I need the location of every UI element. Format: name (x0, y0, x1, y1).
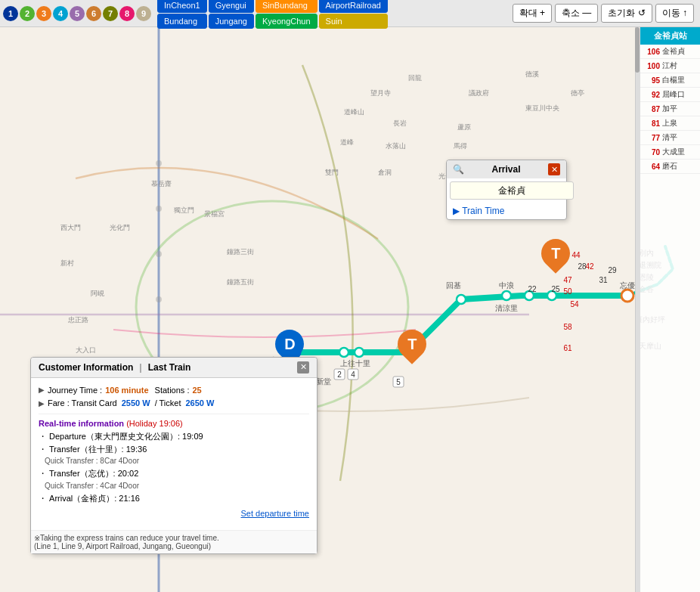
svg-text:慕岳齋: 慕岳齋 (151, 180, 172, 188)
bullet-transfer2: ・ (39, 469, 47, 478)
line-8-button[interactable]: 8 (119, 6, 135, 21)
bullet-transfer1: ・ (39, 445, 47, 454)
station-num-106: 106 (643, 48, 660, 56)
line-7-button[interactable]: 7 (103, 6, 118, 21)
station-name-106: 金裕貞 (662, 46, 685, 57)
holiday-label: (Holiday 19:06) (126, 419, 183, 428)
svg-text:54: 54 (570, 300, 579, 308)
scrollbar-thumb[interactable] (635, 27, 640, 73)
tab-jungang[interactable]: Jungang (209, 14, 254, 29)
t-marker-arrival-1: T (540, 239, 571, 277)
svg-point-7 (156, 296, 162, 302)
line-6-button[interactable]: 6 (86, 6, 101, 21)
line-9-button[interactable]: 9 (136, 6, 151, 21)
stations-label: Stations : (155, 384, 190, 398)
arrival-search-row (447, 178, 566, 203)
svg-text:新村: 新村 (60, 259, 74, 267)
customer-panel-title: Customer Information | Last Train (39, 362, 190, 373)
bullet-departure: ・ (39, 432, 47, 441)
map-area[interactable]: muler subway card users can not transfer… (0, 27, 700, 592)
station-item-100: 100 江村 (640, 59, 700, 73)
svg-point-5 (156, 206, 162, 212)
svg-text:光化門: 光化門 (110, 224, 130, 231)
realtime-section: Real-time information (Holiday 19:06) (39, 417, 309, 431)
station-name-64: 磨石 (662, 161, 677, 172)
zoom-out-button[interactable]: 축소 — (555, 4, 598, 23)
station-item-77: 77 清平 (640, 131, 700, 145)
station-list: 106 金裕貞 100 江村 95 白楊里 92 屈峰口 87 加平 81 上泉 (640, 45, 700, 174)
reset-button[interactable]: 초기화 ↺ (601, 4, 652, 23)
journey-label: Journey Time : (48, 384, 102, 398)
tab-suin[interactable]: Suin (319, 14, 388, 29)
arrival-popup-title: Arrival (491, 164, 520, 175)
station-name-81: 上泉 (662, 118, 677, 129)
fare-label: Fare : Transit Card (48, 397, 117, 411)
station-name-100: 江村 (662, 60, 677, 71)
svg-text:德亭: 德亭 (571, 89, 584, 97)
station-num-77: 77 (643, 134, 660, 142)
svg-text:47: 47 (563, 276, 572, 284)
line-3-button[interactable]: 3 (36, 6, 51, 21)
station-item-87: 87 加平 (640, 102, 700, 116)
station-sidebar: 金裕貞站 106 金裕貞 100 江村 95 白楊里 92 屈峰口 87 加平 (640, 27, 700, 592)
svg-text:議政府: 議政府 (469, 89, 489, 97)
svg-text:鐘路五街: 鐘路五街 (227, 278, 254, 286)
station-item-92: 92 屈峰口 (640, 88, 700, 102)
station-num-92: 92 (643, 91, 660, 99)
departure-text: Departure（東大門歷史文化公園）: 19:09 (49, 432, 203, 441)
line-1-button[interactable]: 1 (3, 6, 18, 21)
svg-text:獨立門: 獨立門 (174, 206, 194, 214)
svg-text:29: 29 (608, 266, 617, 274)
svg-text:倉洞: 倉洞 (378, 169, 392, 176)
customer-panel-close-button[interactable]: ✕ (297, 361, 309, 373)
svg-text:蘆原: 蘆原 (457, 123, 471, 131)
line-4-button[interactable]: 4 (53, 6, 68, 21)
svg-text:58: 58 (563, 323, 572, 331)
tab-incheon1[interactable]: InCheon1 (157, 0, 207, 13)
station-num-95: 95 (643, 76, 660, 85)
svg-text:4: 4 (351, 370, 355, 379)
fare-ticket-label: / Ticket (155, 397, 181, 411)
svg-point-6 (156, 251, 162, 257)
svg-text:德溪: 德溪 (525, 70, 539, 78)
arrival-item: ・ Arrival（金裕贞）: 21:16 (39, 492, 309, 505)
map-scrollbar[interactable] (635, 27, 640, 592)
arrival-popup-header: 🔍 Arrival ✕ (447, 160, 566, 178)
tab-gyengui[interactable]: Gyengui (209, 0, 254, 13)
tab-sinbundang[interactable]: SinBundang (256, 0, 317, 13)
station-name-77: 清平 (662, 132, 677, 143)
station-item-64: 64 磨石 (640, 160, 700, 174)
tab-airport-railroad[interactable]: AirportRailroad (319, 0, 388, 13)
customer-panel-body: ▶ Journey Time : 106 minute Stations : 2… (31, 378, 317, 527)
arrival-text: Arrival（金裕贞）: 21:16 (49, 494, 140, 503)
station-item-95: 95 白楊里 (640, 73, 700, 88)
svg-text:忘優: 忘優 (620, 281, 635, 290)
svg-text:雙門: 雙門 (325, 169, 339, 176)
line-5-button[interactable]: 5 (70, 6, 85, 21)
journey-row: ▶ Journey Time : 106 minute Stations : 2… (39, 384, 309, 398)
arrival-train-time-link[interactable]: ▶ Train Time (447, 203, 566, 219)
line-2-button[interactable]: 2 (20, 6, 35, 21)
svg-text:望月寺: 望月寺 (370, 89, 391, 97)
svg-point-16 (621, 290, 633, 302)
customer-info-label: Customer Information (39, 362, 133, 373)
station-num-100: 100 (643, 62, 660, 70)
svg-text:長岩: 長岩 (393, 119, 407, 127)
station-name-87: 加平 (662, 104, 677, 114)
svg-text:大入口: 大入口 (76, 346, 96, 354)
d-marker-label: D (284, 336, 295, 353)
arrival-popup-close-button[interactable]: ✕ (548, 163, 560, 175)
arrival-station-input[interactable] (450, 181, 574, 200)
move-button[interactable]: 이동 ↑ (655, 4, 694, 23)
svg-point-13 (502, 291, 511, 300)
station-name-92: 屈峰口 (662, 89, 685, 100)
departure-time-link[interactable]: Set departure time (39, 507, 309, 521)
station-name-70: 大成里 (662, 147, 685, 157)
svg-point-12 (457, 295, 466, 304)
t-marker-2-label: T (407, 336, 417, 353)
station-item-70: 70 大成里 (640, 145, 700, 160)
tab-kyeongchun[interactable]: KyeongChun (256, 14, 317, 29)
quick-transfer2: Quick Transfer : 4Car 4Door (45, 480, 309, 492)
zoom-in-button[interactable]: 확대 + (513, 4, 552, 23)
tab-bundang[interactable]: Bundang (157, 14, 207, 29)
